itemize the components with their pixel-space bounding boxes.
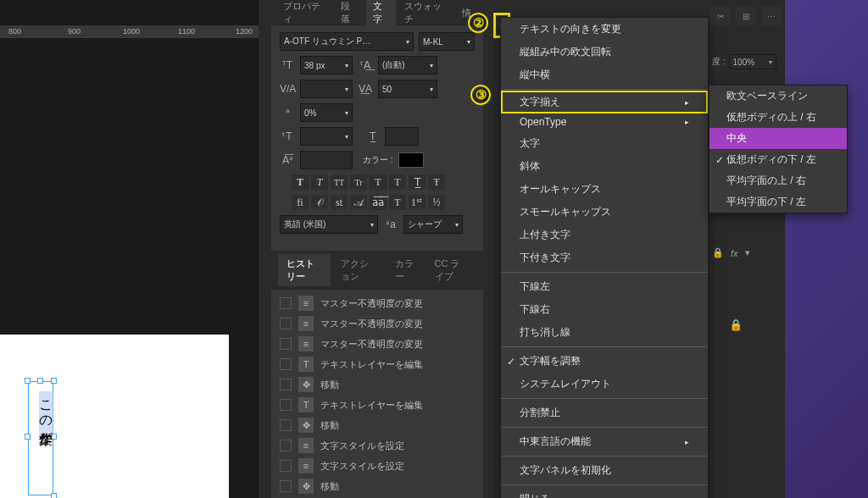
tab-properties[interactable]: プロパティ bbox=[276, 0, 332, 30]
faux-italic-button[interactable]: T bbox=[311, 174, 328, 190]
menu-change-orientation[interactable]: テキストの向きを変更 bbox=[501, 18, 708, 41]
faux-bold-button[interactable]: T bbox=[292, 174, 309, 190]
fx-icon[interactable]: fx bbox=[731, 248, 738, 258]
discretionary-lig-button[interactable]: st bbox=[331, 195, 348, 210]
submenu-roman-baseline[interactable]: 欧文ベースライン bbox=[709, 86, 847, 107]
menu-fractional-widths[interactable]: ✓文字幅を調整 bbox=[501, 350, 708, 373]
horiz-scale-icon: T̲ bbox=[364, 130, 380, 142]
color-label: カラー : bbox=[363, 154, 393, 166]
tab-history[interactable]: ヒストリー bbox=[278, 254, 331, 286]
menu-system-layout[interactable]: システムレイアウト bbox=[501, 373, 708, 396]
menu-allcaps[interactable]: オールキャップス bbox=[501, 178, 708, 201]
ordinals-button[interactable]: 1ˢᵗ bbox=[409, 195, 426, 210]
tracking-field[interactable]: 50▾ bbox=[378, 80, 437, 98]
tab-cclib[interactable]: CC ライブ bbox=[426, 254, 476, 286]
menu-underline-left[interactable]: 下線左 bbox=[501, 275, 708, 298]
annotation-marker-3: ③ bbox=[470, 85, 491, 105]
submenu-icf-top[interactable]: 平均字面の上 / 右 bbox=[709, 170, 847, 191]
font-size-icon: ᵀT bbox=[280, 59, 295, 71]
baseline2-field[interactable] bbox=[300, 151, 353, 169]
opacity-control: 度 : 100%▾ bbox=[712, 54, 776, 69]
menu-opentype[interactable]: OpenType▸ bbox=[501, 112, 708, 132]
font-size-field[interactable]: 38 px▾ bbox=[300, 56, 353, 75]
menu-faux-bold[interactable]: 太字 bbox=[501, 132, 708, 155]
menu-middle-east[interactable]: 中東言語の機能▸ bbox=[501, 430, 708, 453]
menu-tatechuyoko[interactable]: 縦中横 bbox=[501, 64, 708, 86]
history-item[interactable]: ≡文字スタイルを設定 bbox=[271, 456, 483, 476]
vert-scale-icon: ᵗT bbox=[280, 130, 295, 142]
antialias-dropdown[interactable]: シャープ▾ bbox=[403, 215, 463, 234]
menu-character-alignment[interactable]: 文字揃え▸ bbox=[501, 91, 708, 113]
vertical-text-content[interactable]: この作業が bbox=[36, 391, 54, 437]
history-item[interactable]: ✥移動 bbox=[271, 374, 483, 395]
history-item[interactable]: Tテキストレイヤーを編集 bbox=[271, 395, 483, 415]
vert-scale-field[interactable]: ▾ bbox=[300, 127, 353, 146]
ligatures-button[interactable]: fi bbox=[292, 195, 309, 210]
menu-close[interactable]: 閉じる bbox=[501, 488, 708, 498]
submenu-icf-bottom[interactable]: 平均字面の下 / 左 bbox=[709, 191, 847, 213]
menu-smallcaps[interactable]: スモールキャップス bbox=[501, 201, 708, 224]
kerning-field[interactable]: ▾ bbox=[300, 80, 353, 98]
tab-swatches[interactable]: スウォッチ bbox=[398, 0, 453, 30]
contextual-alt-button[interactable]: 𝒪 bbox=[311, 195, 328, 210]
font-style-dropdown[interactable]: M-KL▾ bbox=[419, 32, 475, 51]
history-item[interactable]: ≡マスター不透明度の変更 bbox=[271, 313, 483, 334]
history-item[interactable]: ≡文字スタイルを設定 bbox=[271, 435, 483, 456]
align-icon[interactable]: ⊞ bbox=[736, 7, 756, 25]
tab-color[interactable]: カラー bbox=[387, 254, 425, 286]
menu-strikethrough[interactable]: 打ち消し線 bbox=[501, 321, 708, 344]
panel-tabs: プロパティ 段落 文字 スウォッチ 情 bbox=[271, 0, 483, 25]
layer-effects-row: 🔒 fx ▾ bbox=[712, 247, 750, 258]
tab-paragraph[interactable]: 段落 bbox=[334, 0, 364, 30]
swash-button[interactable]: 𝒜 bbox=[350, 195, 367, 210]
strikethrough-button[interactable]: Ŧ bbox=[428, 174, 445, 190]
opacity-field[interactable]: 100%▾ bbox=[729, 54, 776, 69]
stylistic-alt-button[interactable]: a͞a͞ bbox=[370, 195, 387, 210]
lock-icon-2[interactable]: 🔒 bbox=[729, 318, 743, 331]
menu-underline-right[interactable]: 下線右 bbox=[501, 298, 708, 321]
tab-actions[interactable]: アクション bbox=[332, 254, 385, 286]
character-panel: A-OTF リュウミン P…▾ M-KL▾ ᵀT 38 px▾ ᵗA͟ (自動)… bbox=[271, 25, 483, 246]
baseline-shift2-icon: A͞ᵃ bbox=[280, 154, 295, 166]
superscript-button[interactable]: T bbox=[370, 174, 387, 190]
menu-no-break[interactable]: 分割禁止 bbox=[501, 401, 708, 424]
underline-button[interactable]: T̲ bbox=[409, 174, 426, 190]
history-item[interactable]: ✥移動 bbox=[271, 415, 483, 435]
smallcaps-button[interactable]: Tr bbox=[350, 174, 367, 190]
leading-icon: ᵗA͟ bbox=[358, 59, 373, 71]
titling-alt-button[interactable]: T bbox=[389, 195, 406, 210]
tab-character[interactable]: 文字 bbox=[366, 0, 397, 30]
tracking-icon: V͟A bbox=[358, 83, 373, 95]
menu-reset-panel[interactable]: 文字パネルを初期化 bbox=[501, 459, 708, 482]
history-item[interactable]: ≡マスター不透明度の変更 bbox=[271, 293, 483, 313]
history-item[interactable]: Tテキストレイヤーを編集 bbox=[271, 354, 483, 374]
menu-faux-italic[interactable]: 斜体 bbox=[501, 155, 708, 178]
menu-subscript[interactable]: 下付き文字 bbox=[501, 246, 708, 269]
fractions-button[interactable]: ½ bbox=[428, 195, 445, 210]
text-color-swatch[interactable] bbox=[398, 152, 424, 168]
leading-field[interactable]: (自動)▾ bbox=[378, 56, 437, 75]
character-panel-menu: テキストの向きを変更 縦組み中の欧文回転 縦中横 文字揃え▸ OpenType▸… bbox=[500, 17, 709, 498]
antialias-icon: ᵃa bbox=[383, 219, 398, 230]
language-dropdown[interactable]: 英語 (米国)▾ bbox=[280, 215, 378, 234]
submenu-em-top[interactable]: 仮想ボディの上 / 右 bbox=[709, 107, 847, 128]
history-panel-tabs: ヒストリー アクション カラー CC ライブ bbox=[271, 251, 483, 290]
baseline-field[interactable]: 0%▾ bbox=[300, 103, 353, 122]
menu-rotate-halfwidth[interactable]: 縦組み中の欧文回転 bbox=[501, 41, 708, 64]
history-item[interactable]: ✥移動 bbox=[271, 476, 483, 496]
horiz-scale-field[interactable] bbox=[385, 127, 419, 146]
right-toolbar-icons: ✂ ⊞ ⋯ bbox=[710, 7, 782, 25]
submenu-center[interactable]: 中央 bbox=[709, 128, 847, 149]
crop-icon[interactable]: ✂ bbox=[710, 7, 731, 25]
baseline-shift-icon: ᵃ bbox=[280, 107, 295, 119]
history-item[interactable]: ≡マスター不透明度の変更 bbox=[271, 334, 483, 354]
menu-superscript[interactable]: 上付き文字 bbox=[501, 224, 708, 246]
annotation-marker-2: ② bbox=[468, 13, 488, 33]
more-icon[interactable]: ⋯ bbox=[761, 7, 782, 25]
kerning-icon: V/A bbox=[280, 83, 295, 95]
font-family-dropdown[interactable]: A-OTF リュウミン P…▾ bbox=[280, 32, 414, 51]
allcaps-button[interactable]: TT bbox=[331, 174, 348, 190]
subscript-button[interactable]: T bbox=[389, 174, 406, 190]
submenu-em-bottom[interactable]: ✓仮想ボディの下 / 左 bbox=[709, 149, 847, 170]
lock-icon[interactable]: 🔒 bbox=[712, 247, 724, 258]
